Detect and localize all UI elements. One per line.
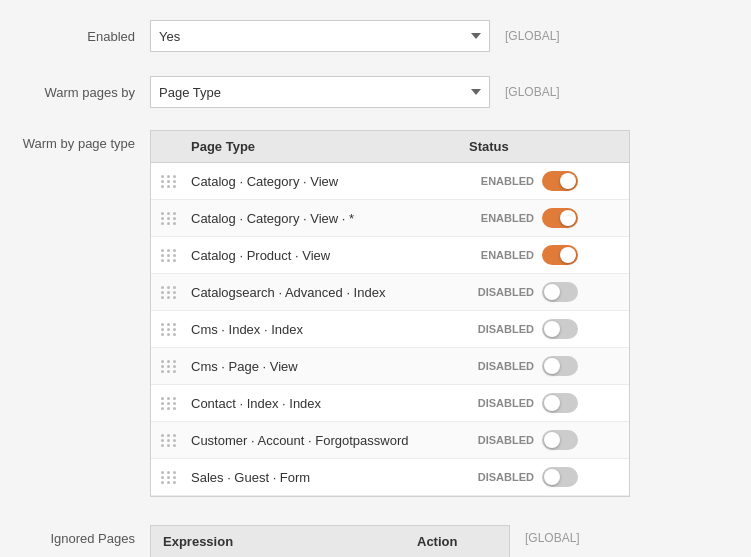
ignored-header-expression: Expression bbox=[163, 534, 417, 549]
page-type-rows: Catalog · Category · View ENABLED Catalo… bbox=[151, 163, 629, 496]
page-type-name: Catalog · Product · View bbox=[191, 248, 469, 263]
toggle-knob bbox=[544, 358, 560, 374]
drag-handle[interactable] bbox=[161, 323, 191, 336]
table-row: Cms · Index · Index DISABLED bbox=[151, 311, 629, 348]
enabled-label: Enabled bbox=[20, 29, 150, 44]
warm-pages-by-select[interactable]: Page Type URL Sitemap bbox=[150, 76, 490, 108]
toggle-track bbox=[542, 282, 578, 302]
drag-dots-icon bbox=[161, 175, 191, 188]
status-text: ENABLED bbox=[469, 249, 534, 261]
table-row: Cms · Page · View DISABLED bbox=[151, 348, 629, 385]
status-text: DISABLED bbox=[469, 397, 534, 409]
status-text: ENABLED bbox=[469, 212, 534, 224]
warm-pages-by-control-wrap: Page Type URL Sitemap [GLOBAL] bbox=[150, 76, 731, 108]
warm-pages-by-global-badge: [GLOBAL] bbox=[505, 85, 560, 99]
toggle-knob bbox=[544, 469, 560, 485]
drag-handle[interactable] bbox=[161, 434, 191, 447]
drag-handle[interactable] bbox=[161, 397, 191, 410]
status-cell: DISABLED bbox=[469, 430, 619, 450]
toggle-switch[interactable] bbox=[542, 430, 578, 450]
table-row: Customer · Account · Forgotpassword DISA… bbox=[151, 422, 629, 459]
table-row: Sales · Guest · Form DISABLED bbox=[151, 459, 629, 496]
page-type-name: Cms · Index · Index bbox=[191, 322, 469, 337]
status-cell: ENABLED bbox=[469, 245, 619, 265]
page-type-name: Catalog · Category · View · * bbox=[191, 211, 469, 226]
drag-dots-icon bbox=[161, 471, 191, 484]
status-text: DISABLED bbox=[469, 471, 534, 483]
toggle-track bbox=[542, 208, 578, 228]
page-type-name: Catalogsearch · Advanced · Index bbox=[191, 285, 469, 300]
ignored-pages-table: Expression Action Add bbox=[150, 525, 510, 557]
drag-dots-icon bbox=[161, 249, 191, 262]
table-row: Contact · Index · Index DISABLED bbox=[151, 385, 629, 422]
header-handle bbox=[161, 139, 191, 154]
enabled-global-badge: [GLOBAL] bbox=[505, 29, 560, 43]
drag-handle[interactable] bbox=[161, 471, 191, 484]
page-type-table-header: Page Type Status bbox=[151, 131, 629, 163]
drag-handle[interactable] bbox=[161, 212, 191, 225]
page-type-name: Customer · Account · Forgotpassword bbox=[191, 433, 469, 448]
page-type-name: Contact · Index · Index bbox=[191, 396, 469, 411]
status-cell: DISABLED bbox=[469, 282, 619, 302]
toggle-track bbox=[542, 171, 578, 191]
toggle-switch[interactable] bbox=[542, 171, 578, 191]
ignored-pages-label: Ignored Pages bbox=[20, 525, 150, 546]
toggle-switch[interactable] bbox=[542, 467, 578, 487]
toggle-switch[interactable] bbox=[542, 245, 578, 265]
toggle-track bbox=[542, 467, 578, 487]
ignored-pages-global-badge: [GLOBAL] bbox=[525, 525, 580, 545]
page-type-name: Cms · Page · View bbox=[191, 359, 469, 374]
drag-handle[interactable] bbox=[161, 360, 191, 373]
table-row: Catalog · Product · View ENABLED bbox=[151, 237, 629, 274]
table-row: Catalog · Category · View · * ENABLED bbox=[151, 200, 629, 237]
ignored-header-action: Action bbox=[417, 534, 497, 549]
status-text: ENABLED bbox=[469, 175, 534, 187]
page-type-name: Catalog · Category · View bbox=[191, 174, 469, 189]
enabled-select[interactable]: Yes No bbox=[150, 20, 490, 52]
toggle-switch[interactable] bbox=[542, 356, 578, 376]
drag-dots-icon bbox=[161, 397, 191, 410]
toggle-switch[interactable] bbox=[542, 282, 578, 302]
table-row: Catalogsearch · Advanced · Index DISABLE… bbox=[151, 274, 629, 311]
header-status: Status bbox=[469, 139, 619, 154]
ignored-pages-section: Ignored Pages Expression Action Add [GLO… bbox=[0, 510, 751, 557]
toggle-knob bbox=[544, 321, 560, 337]
status-cell: DISABLED bbox=[469, 319, 619, 339]
status-cell: ENABLED bbox=[469, 171, 619, 191]
status-text: DISABLED bbox=[469, 360, 534, 372]
toggle-switch[interactable] bbox=[542, 319, 578, 339]
toggle-knob bbox=[544, 432, 560, 448]
toggle-knob bbox=[560, 210, 576, 226]
warm-by-page-type-label: Warm by page type bbox=[20, 130, 150, 151]
drag-dots-icon bbox=[161, 434, 191, 447]
table-row: Catalog · Category · View ENABLED bbox=[151, 163, 629, 200]
drag-handle[interactable] bbox=[161, 175, 191, 188]
toggle-knob bbox=[544, 284, 560, 300]
status-text: DISABLED bbox=[469, 434, 534, 446]
toggle-track bbox=[542, 430, 578, 450]
warm-by-page-type-section: Warm by page type Page Type Status Catal… bbox=[0, 122, 751, 505]
header-page-type: Page Type bbox=[191, 139, 469, 154]
page-type-name: Sales · Guest · Form bbox=[191, 470, 469, 485]
toggle-knob bbox=[560, 247, 576, 263]
ignored-pages-header: Expression Action bbox=[151, 526, 509, 557]
toggle-switch[interactable] bbox=[542, 393, 578, 413]
settings-form: Enabled Yes No [GLOBAL] Warm pages by Pa… bbox=[0, 0, 751, 557]
toggle-switch[interactable] bbox=[542, 208, 578, 228]
toggle-track bbox=[542, 319, 578, 339]
drag-dots-icon bbox=[161, 286, 191, 299]
page-type-table: Page Type Status Catalog · Category · Vi… bbox=[150, 130, 630, 497]
drag-handle[interactable] bbox=[161, 286, 191, 299]
drag-dots-icon bbox=[161, 323, 191, 336]
drag-dots-icon bbox=[161, 212, 191, 225]
enabled-control-wrap: Yes No [GLOBAL] bbox=[150, 20, 731, 52]
status-cell: ENABLED bbox=[469, 208, 619, 228]
warm-pages-by-row: Warm pages by Page Type URL Sitemap [GLO… bbox=[0, 66, 751, 118]
toggle-track bbox=[542, 245, 578, 265]
status-text: DISABLED bbox=[469, 323, 534, 335]
status-cell: DISABLED bbox=[469, 393, 619, 413]
toggle-knob bbox=[560, 173, 576, 189]
status-cell: DISABLED bbox=[469, 467, 619, 487]
drag-handle[interactable] bbox=[161, 249, 191, 262]
drag-dots-icon bbox=[161, 360, 191, 373]
